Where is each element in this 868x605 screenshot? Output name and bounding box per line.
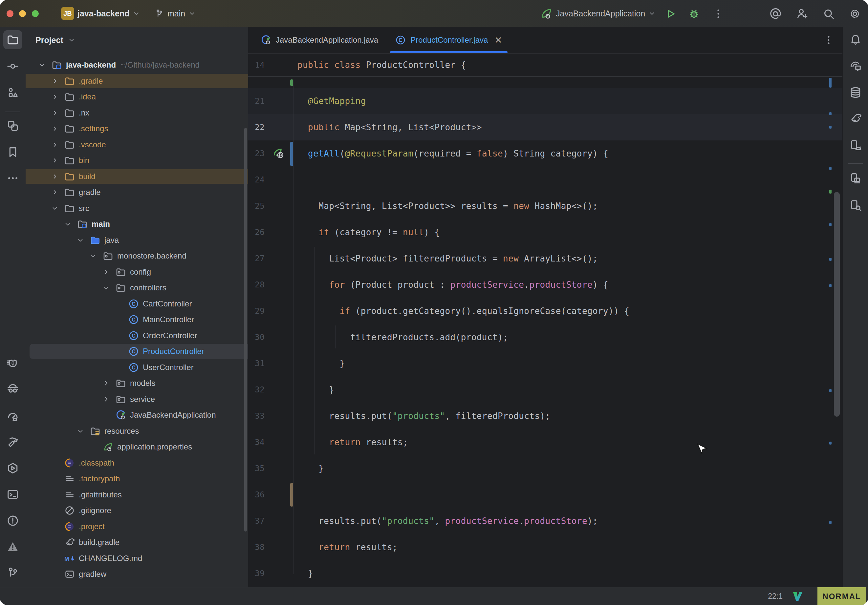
line-number[interactable]: 39: [248, 569, 267, 578]
chevron-right-icon[interactable]: [49, 91, 61, 102]
code-line-39[interactable]: 39 }: [248, 560, 842, 586]
code-line-30[interactable]: 30 filteredProducts.add(product);: [248, 324, 842, 350]
code-line-25[interactable]: 25 Map<String, List<Product>> results = …: [248, 193, 842, 219]
chevron-right-icon[interactable]: [100, 394, 112, 405]
chevron-down-icon[interactable]: [74, 235, 87, 246]
tree-item-src[interactable]: src: [26, 201, 249, 216]
project-tree-scrollbar[interactable]: [244, 128, 247, 532]
database-button[interactable]: [846, 83, 865, 102]
line-number[interactable]: 21: [248, 96, 267, 106]
tree-item-gradlew-bat[interactable]: gradlew.bat: [26, 583, 249, 587]
bookmarks-tool-button[interactable]: [3, 143, 22, 162]
tree-item--gradle[interactable]: .gradle: [26, 73, 249, 88]
tree-item-ordercontroller[interactable]: COrderController: [26, 328, 249, 343]
tree-item-build[interactable]: build: [26, 169, 249, 184]
line-number[interactable]: 34: [248, 438, 267, 447]
editor-scrollbar[interactable]: [834, 192, 840, 417]
structure-tool-button[interactable]: [3, 84, 22, 102]
ai-assistant-button[interactable]: [846, 57, 865, 76]
line-number[interactable]: 22: [248, 123, 267, 132]
tree-item-controllers[interactable]: controllers: [26, 280, 249, 295]
chevron-right-icon[interactable]: [49, 76, 61, 87]
line-number[interactable]: 24: [248, 175, 267, 184]
device-manager-button[interactable]: [846, 169, 865, 188]
tree-item--vscode[interactable]: .vscode: [26, 137, 249, 152]
code-line-21[interactable]: 21 @GetMapping: [248, 88, 842, 114]
build-button[interactable]: [3, 433, 22, 452]
chevron-right-icon[interactable]: [49, 123, 61, 134]
tree-item--idea[interactable]: .idea: [26, 89, 249, 104]
chevron-down-icon[interactable]: [36, 59, 48, 71]
tree-item-maincontroller[interactable]: CMainController: [26, 312, 249, 327]
more-actions-button[interactable]: [712, 7, 725, 20]
tree-item-changelog-md[interactable]: MCHANGELOG.md: [26, 551, 249, 566]
chevron-right-icon[interactable]: [49, 187, 61, 198]
change-marker-green[interactable]: [290, 79, 293, 86]
tree-item--classpath[interactable]: .classpath: [26, 455, 249, 470]
line-number[interactable]: 28: [248, 280, 267, 289]
tree-item-bin[interactable]: bin: [26, 153, 249, 168]
line-number[interactable]: 31: [248, 359, 267, 368]
branch-widget[interactable]: main: [154, 0, 196, 27]
code-line-23[interactable]: 23 getAll(@RequestParam(required = false…: [248, 141, 842, 167]
device-explorer-button[interactable]: [846, 196, 865, 215]
code-line-29[interactable]: 29 if (product.getCategory().equalsIgnor…: [248, 298, 842, 324]
caret-position[interactable]: 22:1: [768, 587, 783, 605]
zoom-window-button[interactable]: [32, 10, 39, 17]
line-number[interactable]: 36: [248, 490, 267, 499]
tree-item-monostore-backend[interactable]: monostore.backend: [26, 248, 249, 263]
tree-item-cartcontroller[interactable]: CCartController: [26, 296, 249, 311]
code-line-22[interactable]: 22 public Map<String, List<Product>>: [248, 114, 842, 141]
close-tab-icon[interactable]: ✕: [494, 35, 502, 46]
ai-mention-button[interactable]: [769, 7, 782, 20]
endpoint-icon[interactable]: [273, 147, 285, 160]
chevron-right-icon[interactable]: [100, 266, 112, 278]
code-line-33[interactable]: 33 results.put("products", filteredProdu…: [248, 403, 842, 429]
chevron-right-icon[interactable]: [49, 139, 61, 150]
tree-item-java[interactable]: java: [26, 233, 249, 248]
incognito-button[interactable]: [3, 379, 22, 398]
chevron-down-icon[interactable]: [61, 218, 74, 230]
close-window-button[interactable]: [6, 10, 14, 17]
code-with-me-button[interactable]: [796, 7, 809, 20]
tree-item--settings[interactable]: .settings: [26, 121, 249, 136]
search-everywhere-button[interactable]: [822, 7, 835, 20]
chevron-down-icon[interactable]: [87, 250, 99, 261]
tree-item--factorypath[interactable]: .factorypath: [26, 471, 249, 486]
code-text[interactable]: public class ProductController {: [298, 60, 466, 70]
warnings-button[interactable]: [3, 537, 22, 556]
line-number[interactable]: 25: [248, 201, 267, 210]
chevron-right-icon[interactable]: [49, 171, 61, 182]
code-line-26[interactable]: 26 if (category != null) {: [248, 219, 842, 245]
profiler-button[interactable]: [3, 407, 22, 426]
run-layout-tool-button[interactable]: [3, 116, 22, 136]
tree-item--gitattributes[interactable]: .gitattributes: [26, 487, 249, 502]
tree-item-build-gradle[interactable]: build.gradle: [26, 535, 249, 550]
code-line-35[interactable]: 35 }: [248, 455, 842, 482]
code-line-28[interactable]: 28 for (Product product : productService…: [248, 272, 842, 298]
tree-item-service[interactable]: service: [26, 392, 249, 407]
chevron-down-icon[interactable]: [100, 282, 112, 293]
chevron-right-icon[interactable]: [49, 155, 61, 166]
tree-item-gradlew[interactable]: gradlew: [26, 566, 249, 582]
line-number[interactable]: 38: [248, 543, 267, 552]
run-configuration-widget[interactable]: JavaBackendApplication: [540, 0, 656, 27]
tree-item--nx[interactable]: .nx: [26, 105, 249, 121]
tree-item-productcontroller[interactable]: CProductController: [26, 344, 249, 359]
project-panel-header[interactable]: Project: [36, 27, 75, 53]
project-widget[interactable]: JB java-backend: [61, 0, 140, 27]
chevron-right-icon[interactable]: [49, 107, 61, 118]
settings-button[interactable]: [848, 7, 862, 20]
code-line-38[interactable]: 38 return results;: [248, 534, 842, 560]
tree-item--gitignore[interactable]: .gitignore: [26, 503, 249, 518]
tab-list-more-icon[interactable]: [820, 31, 837, 48]
line-number[interactable]: 23: [248, 149, 267, 158]
more-tools-button[interactable]: [3, 169, 22, 188]
services-button[interactable]: [3, 459, 22, 478]
tree-item-resources[interactable]: resources: [26, 424, 249, 439]
running-devices-button[interactable]: [846, 136, 865, 155]
chevron-right-icon[interactable]: [100, 378, 112, 389]
line-number[interactable]: 26: [248, 228, 267, 237]
commit-tool-button[interactable]: [3, 57, 22, 76]
run-button[interactable]: [664, 7, 677, 20]
